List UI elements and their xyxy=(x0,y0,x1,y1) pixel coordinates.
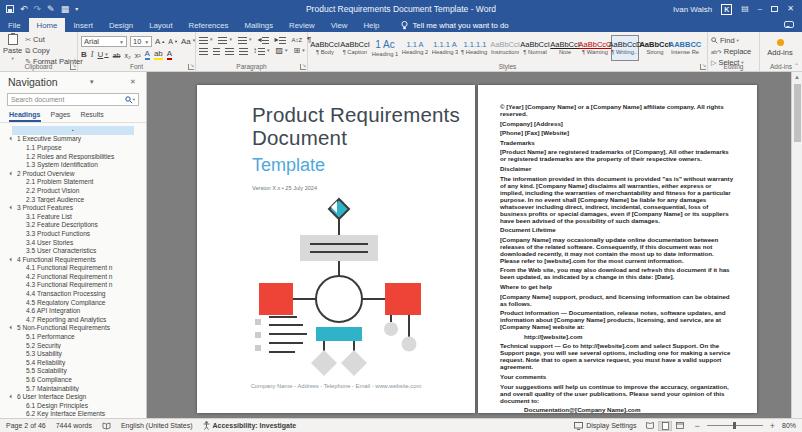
close-navigation-icon[interactable]: ✕ xyxy=(126,78,140,86)
strikethrough-button[interactable]: ab xyxy=(113,52,121,59)
font-size-select[interactable]: 10▼ xyxy=(130,36,152,47)
style-chip[interactable]: AaBbCcI ¶ Body xyxy=(311,35,339,61)
print-layout-button[interactable] xyxy=(658,421,672,431)
heading-item[interactable]: 5.7 Maintainability xyxy=(2,384,134,393)
ribbon-tab[interactable]: Home xyxy=(29,18,66,32)
heading-item[interactable]: 5.6 Compliance xyxy=(2,375,134,384)
document-canvas[interactable]: Product Requirements Document Template V… xyxy=(147,72,802,418)
heading-item[interactable]: 5.5 Scalability xyxy=(2,367,134,376)
heading-item[interactable]: 4 Functional Requirements xyxy=(2,255,134,264)
style-chip[interactable]: AaBbCcI Instructions xyxy=(491,35,519,61)
addins-button[interactable]: Add-ins xyxy=(763,34,797,61)
zoom-slider-thumb[interactable] xyxy=(733,422,736,429)
zoom-slider[interactable] xyxy=(707,425,763,426)
heading-item[interactable]: 4.4 Transaction Processing xyxy=(2,289,134,298)
font-color-button[interactable]: A xyxy=(167,50,172,60)
style-chip[interactable]: AaBbCcI Note xyxy=(551,35,579,61)
page-1[interactable]: Product Requirements Document Template V… xyxy=(197,85,475,413)
style-chip[interactable]: AaBbCcD ¶ Writing... xyxy=(611,35,639,61)
navigation-tab[interactable]: Headings xyxy=(9,111,41,122)
paragraph-dialog-launcher[interactable] xyxy=(300,64,306,70)
navigation-tab[interactable]: Pages xyxy=(51,111,71,122)
heading-item[interactable]: 2.1 Problem Statement xyxy=(2,178,134,187)
heading-item[interactable]: 2.3 Target Audience xyxy=(2,195,134,204)
change-case-button[interactable]: Aa▼ xyxy=(181,38,196,46)
justify-icon[interactable] xyxy=(239,48,248,55)
style-chip[interactable]: AaBbCcC ¶ Warning xyxy=(581,35,609,61)
search-box[interactable]: ▾ xyxy=(7,93,139,106)
style-chip[interactable]: 1.1.1 A Heading 3 xyxy=(431,35,459,61)
font-dialog-launcher[interactable] xyxy=(188,64,194,70)
decrease-indent-icon[interactable]: ◂ xyxy=(257,36,269,44)
heading-item[interactable]: 4.2 Functional Requirement n xyxy=(2,272,134,281)
ribbon-tab[interactable]: References xyxy=(181,18,237,32)
sort-icon[interactable]: A↕Z xyxy=(291,37,302,43)
heading-item[interactable]: 4.7 Reporting and Analytics xyxy=(2,315,134,324)
ribbon-tab[interactable]: Mailings xyxy=(236,18,281,32)
highlight-color-button[interactable]: ab xyxy=(154,50,163,60)
heading-item[interactable]: 3.3 Product Functions xyxy=(2,229,134,238)
save-icon[interactable] xyxy=(6,5,14,13)
cut-button[interactable]: ✂Cut xyxy=(25,35,82,44)
heading-item[interactable]: 3.5 User Characteristics xyxy=(2,246,134,255)
undo-icon[interactable]: ↶ xyxy=(20,5,28,14)
ribbon-tab[interactable]: Design xyxy=(101,18,141,32)
ribbon-tab[interactable]: File xyxy=(0,18,29,32)
multilevel-list-icon[interactable]: ▼ xyxy=(238,37,252,44)
read-mode-button[interactable] xyxy=(643,421,657,431)
heading-item[interactable]: 5 Non-Functional Requirements xyxy=(2,324,134,333)
shading-icon[interactable]: ▨▼ xyxy=(275,47,288,55)
heading-item[interactable]: 4.1 Functional Requirement n xyxy=(2,264,134,273)
style-chip[interactable]: 1 Ac Heading 1 xyxy=(371,35,399,61)
display-settings-button[interactable]: Display Settings xyxy=(574,422,636,430)
heading-item[interactable]: 3.1 Feature List xyxy=(2,212,134,221)
ink-pen-icon[interactable]: ✎ xyxy=(47,5,55,14)
search-options-icon[interactable]: ▾ xyxy=(133,97,135,102)
align-left-icon[interactable] xyxy=(199,48,208,55)
search-input[interactable] xyxy=(11,96,125,103)
heading-item[interactable]: 4.3 Functional Requirement n xyxy=(2,281,134,290)
ribbon-tab[interactable]: Insert xyxy=(65,18,101,32)
page-indicator[interactable]: Page 2 of 46 xyxy=(6,422,46,429)
style-chip[interactable]: 1.1 A Heading 2 xyxy=(401,35,429,61)
clipboard-dialog-launcher[interactable] xyxy=(70,64,76,70)
heading-item[interactable]: 4.6 API Integration xyxy=(2,306,134,315)
heading-item[interactable]: 3 Product Features xyxy=(2,203,134,212)
close-button[interactable]: ✕ xyxy=(787,5,794,13)
zoom-out-button[interactable]: − xyxy=(694,421,699,431)
underline-button[interactable]: U▼ xyxy=(97,51,108,59)
style-chip[interactable]: AaBbCcI Strong xyxy=(641,35,669,61)
style-chip[interactable]: AABBCC Intense Re... xyxy=(671,35,699,61)
paste-button[interactable]: Paste ▾ xyxy=(3,34,22,61)
line-spacing-icon[interactable]: ↕▼ xyxy=(253,47,270,55)
numbering-icon[interactable]: ▼ xyxy=(218,37,232,44)
avatar[interactable]: K xyxy=(721,4,732,15)
user-name[interactable]: Ivan Walsh xyxy=(673,5,712,14)
minimize-button[interactable]: – xyxy=(758,5,762,13)
style-chip[interactable]: AaBbCcI ¶ Caption xyxy=(341,35,369,61)
word-count[interactable]: 7444 words xyxy=(56,422,92,429)
style-chip[interactable]: 1.1.1.1 ¶ Heading 4 xyxy=(461,35,489,61)
increase-indent-icon[interactable]: ▸ xyxy=(274,36,286,44)
scroll-up-icon[interactable]: ▲ xyxy=(792,74,802,80)
navigation-tab[interactable]: Results xyxy=(80,111,103,122)
align-right-icon[interactable] xyxy=(225,48,234,55)
vertical-scrollbar[interactable]: ▲ xyxy=(791,72,802,418)
ribbon-tab[interactable]: Help xyxy=(355,18,387,32)
accessibility-checker[interactable]: Accessibility: Investigate xyxy=(203,421,297,430)
heading-item[interactable]: 3.2 Feature Descriptions xyxy=(2,221,134,230)
heading-item[interactable]: 2 Product Overview xyxy=(2,169,134,178)
heading-item[interactable]: 2.2 Product Vision xyxy=(2,186,134,195)
grow-font-button[interactable]: A▲ xyxy=(155,38,165,46)
zoom-in-button[interactable]: + xyxy=(770,421,775,431)
heading-item[interactable]: 5.1 Performance xyxy=(2,332,134,341)
style-chip[interactable]: AaBbCcI ¶ Normal xyxy=(521,35,549,61)
find-button[interactable]: Find▾ xyxy=(711,36,751,45)
heading-item[interactable]: 4.5 Regulatory Compliance xyxy=(2,298,134,307)
customize-qat-icon[interactable]: ▾ xyxy=(75,6,78,12)
heading-item[interactable]: 5.4 Reliability xyxy=(2,358,134,367)
zoom-level[interactable]: 80% xyxy=(782,422,796,429)
touch-mode-icon[interactable]: ▦ xyxy=(61,5,70,14)
shrink-font-button[interactable]: A▼ xyxy=(168,38,178,45)
language-indicator[interactable]: English (United States) xyxy=(121,422,193,429)
